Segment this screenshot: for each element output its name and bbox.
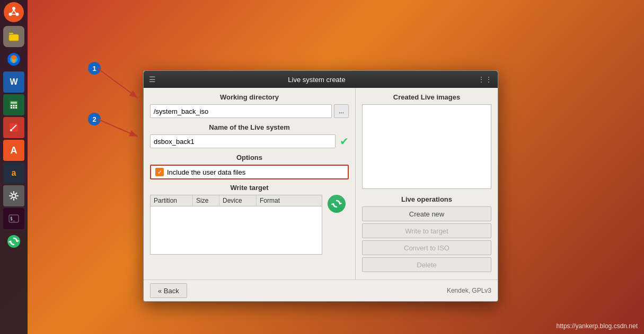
- options-label: Options: [150, 154, 349, 161]
- right-panel: Created Live images Live operations Crea…: [356, 88, 498, 279]
- grid-icon[interactable]: ⋮⋮: [478, 75, 492, 84]
- taskbar-settings-icon[interactable]: [3, 185, 24, 206]
- back-button[interactable]: « Back: [150, 283, 187, 298]
- include-user-data-row[interactable]: ✓ Include the user data files: [150, 165, 349, 179]
- created-images-box: [362, 104, 491, 189]
- col-device: Device: [219, 195, 257, 206]
- taskbar-terminal-icon[interactable]: $_: [3, 208, 24, 229]
- svg-text:$_: $_: [10, 216, 15, 221]
- refresh-button[interactable]: [328, 195, 346, 213]
- svg-point-24: [10, 129, 12, 131]
- taskbar-store-icon[interactable]: A: [3, 140, 24, 161]
- taskbar-amazon-icon[interactable]: a: [3, 163, 24, 184]
- working-dir-row: ...: [150, 104, 349, 118]
- refresh-col: [322, 195, 349, 216]
- taskbar-update-icon[interactable]: [3, 231, 24, 252]
- browse-button[interactable]: ...: [334, 104, 349, 118]
- checkmark-icon: ✔: [340, 135, 349, 148]
- svg-rect-7: [9, 33, 13, 34]
- taskbar-draw-icon[interactable]: [3, 117, 24, 138]
- working-dir-label: Working directory: [150, 93, 349, 101]
- working-dir-input[interactable]: [150, 104, 332, 118]
- write-target-section: Write target Partition Size Device Forma…: [150, 184, 349, 255]
- dialog-footer: « Back Kendek, GPLv3: [144, 279, 498, 301]
- write-target-label: Write target: [150, 184, 349, 192]
- live-system-name-row: ✔: [150, 134, 349, 148]
- taskbar-ubuntu-icon[interactable]: [4, 2, 24, 22]
- dialog-body: Working directory ... Name of the Live s…: [144, 88, 498, 279]
- write-to-target-button[interactable]: Write to target: [362, 223, 491, 238]
- taskbar-writer-icon[interactable]: W: [3, 71, 24, 93]
- svg-rect-20: [13, 107, 15, 109]
- svg-point-13: [11, 55, 17, 59]
- svg-rect-19: [11, 107, 12, 109]
- svg-rect-17: [13, 105, 15, 106]
- create-new-button[interactable]: Create new: [362, 206, 491, 221]
- taskbar: W A a $_: [0, 0, 28, 334]
- live-ops-label: Live operations: [362, 195, 491, 203]
- menu-icon: ☰: [149, 75, 156, 84]
- url-bar: https://yankerp.blog.csdn.net: [557, 322, 638, 330]
- created-images-label: Created Live images: [362, 93, 491, 101]
- taskbar-firefox-icon[interactable]: [3, 49, 24, 70]
- dialog-titlebar: ☰ Live system create ⋮⋮: [144, 71, 498, 88]
- svg-point-1: [12, 7, 15, 10]
- footer-credit: Kendek, GPLv3: [447, 287, 491, 294]
- live-system-create-dialog: ☰ Live system create ⋮⋮ Working director…: [143, 70, 498, 302]
- left-panel: Working directory ... Name of the Live s…: [144, 88, 356, 279]
- write-target-table: Partition Size Device Format: [150, 195, 322, 255]
- svg-rect-15: [11, 102, 17, 104]
- svg-rect-21: [15, 107, 17, 109]
- live-ops-section: Live operations Create new Write to targ…: [362, 195, 491, 274]
- svg-rect-18: [15, 105, 17, 106]
- col-size: Size: [193, 195, 219, 206]
- delete-button[interactable]: Delete: [362, 257, 491, 272]
- annotation-1: 1: [88, 62, 101, 75]
- include-user-data-label: Include the user data files: [167, 168, 245, 176]
- live-system-name-label: Name of the Live system: [150, 123, 349, 131]
- svg-point-25: [12, 194, 16, 198]
- annotation-2: 2: [88, 113, 101, 125]
- dialog-title: Live system create: [156, 76, 478, 84]
- options-section: Options ✓ Include the user data files: [150, 154, 349, 179]
- table-body: [151, 206, 322, 254]
- taskbar-calc-icon[interactable]: [3, 94, 24, 115]
- convert-to-iso-button[interactable]: Convert to ISO: [362, 240, 491, 255]
- col-partition: Partition: [151, 195, 193, 206]
- svg-rect-16: [11, 105, 12, 106]
- live-system-name-input[interactable]: [150, 134, 336, 148]
- taskbar-files-icon[interactable]: [3, 26, 24, 47]
- svg-rect-8: [9, 34, 19, 41]
- col-format: Format: [257, 195, 322, 206]
- checkbox-icon[interactable]: ✓: [155, 168, 164, 176]
- table-header: Partition Size Device Format: [151, 195, 322, 206]
